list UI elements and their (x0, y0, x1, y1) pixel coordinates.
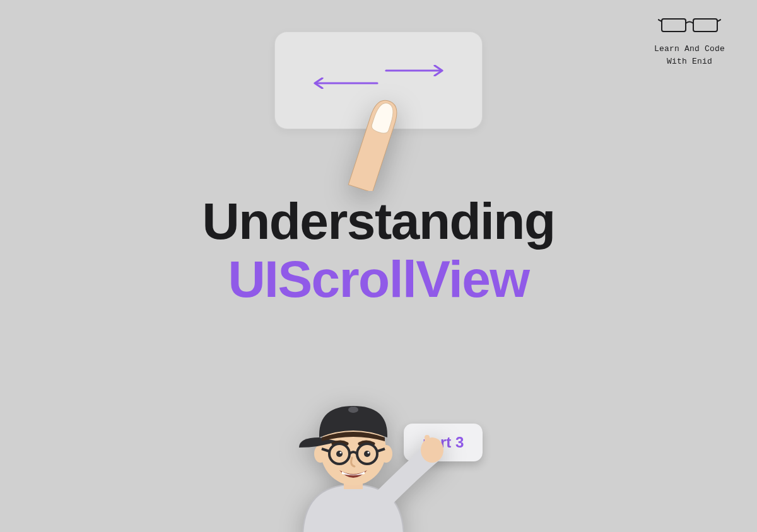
brand-line-2: With Enid (642, 55, 737, 68)
headline-line-1: Understanding (0, 192, 757, 250)
arrow-right-icon (385, 65, 445, 76)
svg-point-4 (421, 437, 443, 463)
svg-rect-0 (662, 19, 686, 32)
brand-line-1: Learn And Code (642, 43, 737, 55)
memoji-avatar (284, 374, 448, 532)
page-title: Understanding UIScrollView (0, 192, 757, 308)
svg-point-10 (348, 407, 358, 413)
headline-line-2: UIScrollView (0, 250, 757, 308)
brand-block: Learn And Code With Enid (642, 14, 737, 68)
svg-rect-1 (693, 19, 717, 32)
svg-rect-5 (425, 435, 430, 450)
svg-point-16 (364, 451, 370, 457)
svg-point-8 (314, 445, 327, 463)
arrow-left-icon (312, 78, 378, 89)
svg-point-9 (380, 445, 392, 463)
svg-point-18 (367, 451, 369, 453)
svg-point-15 (336, 451, 343, 457)
swipe-gesture-card (274, 32, 483, 129)
svg-point-17 (339, 451, 341, 453)
glasses-icon (642, 14, 737, 37)
finger-swipe-icon (344, 90, 408, 191)
